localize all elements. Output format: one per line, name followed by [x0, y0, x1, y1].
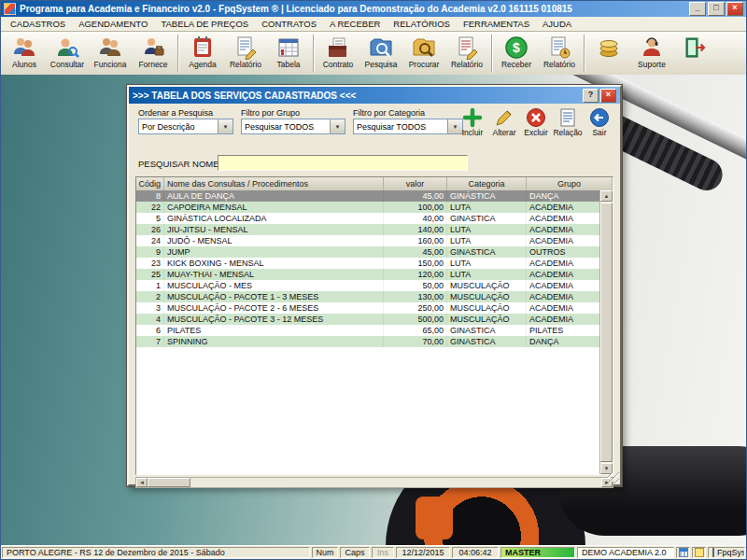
ordenar-select[interactable]: Por Descrição ▼: [138, 119, 233, 134]
cell-codigo: 9: [136, 246, 164, 258]
toolbar-button-relatorio-3[interactable]: Relatório: [538, 33, 581, 78]
close-icon[interactable]: ×: [726, 2, 743, 16]
table-row[interactable]: 25MUAY-THAI - MENSAL120,00LUTAACADEMIA: [136, 269, 600, 280]
toolbar-button-relatorio-2[interactable]: Relatório: [445, 33, 488, 78]
cell-valor: 45,00: [384, 246, 447, 258]
table-row[interactable]: 5GINÁSTICA LOCALIZADA40,00GINASTICAACADE…: [136, 213, 600, 224]
horizontal-scroll-thumb[interactable]: [148, 478, 190, 487]
toolbar-button-consultar[interactable]: Consultar: [46, 33, 89, 78]
table-row[interactable]: 3MUSCULAÇÃO - PACOTE 2 - 6 MESES250,00MU…: [136, 302, 600, 314]
table-row[interactable]: 8AULA DE DANÇA45,00GINÁSTICADANÇA: [136, 190, 600, 202]
cell-grupo: PILATES: [527, 325, 600, 336]
cell-codigo: 2: [136, 291, 164, 302]
scroll-up-icon[interactable]: ▲: [600, 190, 613, 202]
toolbar-button-funciona[interactable]: Funciona: [89, 33, 132, 78]
toolbar-label: Tabela: [276, 60, 300, 69]
toolbar-button-receber[interactable]: $ Receber: [495, 33, 538, 78]
status-insert: Ins: [372, 547, 394, 558]
status-page-icon[interactable]: [692, 547, 706, 558]
table-row[interactable]: 22CAPOEIRA MENSAL100,00LUTAACADEMIA: [136, 202, 600, 213]
chevron-down-icon[interactable]: ▼: [330, 119, 345, 133]
table-row[interactable]: 23KICK BOXING - MENSAL150,00LUTAACADEMIA: [136, 258, 600, 269]
relacao-button[interactable]: Relação: [553, 105, 583, 144]
toolbar-label: Receber: [501, 60, 531, 69]
help-icon[interactable]: ?: [583, 89, 599, 103]
cell-codigo: 8: [136, 190, 164, 202]
resize-grip[interactable]: [608, 472, 619, 483]
toolbar-button-pesquisa[interactable]: Pesquisa: [359, 33, 402, 78]
menu-relatorios[interactable]: RELATÓRIOS: [387, 18, 457, 30]
filtro-grupo-select[interactable]: Pesquisar TODOS ▼: [241, 119, 345, 134]
table-row[interactable]: 9JUMP45,00GINASTICAOUTROS: [136, 246, 600, 258]
toolbar-button-procurar[interactable]: Procurar: [402, 33, 445, 78]
filtro-categoria-value: Pesquisar TODOS: [354, 122, 447, 132]
table-row[interactable]: 4MUSCULAÇÃO - PACOTE 3 - 12 MESES500,00M…: [136, 314, 600, 325]
toolbar-button-moedas[interactable]: [587, 33, 630, 78]
filtro-categoria-label: Filtro por Categoria: [353, 108, 425, 118]
toolbar-button-contrato[interactable]: Contrato: [317, 33, 359, 78]
cell-nome: JUMP: [164, 246, 384, 258]
cell-codigo: 3: [136, 302, 164, 314]
menu-ferramentas[interactable]: FERRAMENTAS: [457, 18, 536, 30]
header-grupo[interactable]: Grupo: [527, 177, 613, 190]
search-input[interactable]: [218, 155, 468, 171]
table-row[interactable]: 7SPINNING70,00GINASTICADANÇA: [136, 336, 600, 347]
toolbar-button-agenda[interactable]: Agenda: [181, 33, 224, 78]
folder-search-icon: [412, 35, 436, 60]
maximize-icon[interactable]: □: [708, 2, 725, 16]
incluir-button[interactable]: Incluir: [458, 105, 487, 144]
menu-contratos[interactable]: CONTRATOS: [255, 18, 323, 30]
horizontal-scrollbar[interactable]: ◄ ►: [135, 477, 613, 488]
cell-categoria: GINASTICA: [447, 336, 527, 347]
list-icon: [557, 107, 578, 128]
chevron-down-icon[interactable]: ▼: [218, 119, 233, 133]
toolbar-button-sair-app[interactable]: [673, 33, 716, 78]
excluir-button[interactable]: Excluir: [521, 105, 551, 144]
action-label: Excluir: [524, 129, 548, 137]
suppliers-icon: [141, 35, 165, 60]
table-header[interactable]: Códig Nome das Consultas / Procedimentos…: [136, 177, 613, 191]
action-label: Incluir: [462, 129, 484, 137]
table-row[interactable]: 6PILATES65,00GINASTICAPILATES: [136, 325, 600, 336]
cell-valor: 40,00: [384, 213, 447, 224]
table-row[interactable]: 2MUSCULAÇÃO - PACOTE 1 - 3 MESES130,00MU…: [136, 291, 600, 302]
dialog-titlebar[interactable]: >>> TABELA DOS SERVIÇOS CADASTRADOS <<< …: [129, 87, 620, 104]
table-row[interactable]: 1MUSCULAÇÃO - MES50,00MUSCULAÇÃOACADEMIA: [136, 280, 600, 291]
dialog-close-icon[interactable]: ×: [600, 89, 616, 103]
action-label: Relação: [553, 129, 582, 137]
menu-cadastros[interactable]: CADASTROS: [4, 18, 72, 30]
table-row[interactable]: 24JUDÔ - MENSAL160,00LUTAACADEMIA: [136, 235, 600, 246]
header-codigo[interactable]: Códig: [136, 177, 164, 190]
scroll-left-icon[interactable]: ◄: [136, 478, 148, 487]
cell-codigo: 6: [136, 325, 164, 336]
minimize-icon[interactable]: _: [689, 2, 706, 16]
toolbar-button-fornece[interactable]: Fornece: [132, 33, 175, 78]
toolbar-button-alunos[interactable]: Alunos: [3, 33, 46, 78]
alterar-button[interactable]: Alterar: [489, 105, 519, 144]
menu-agendamento[interactable]: AGENDAMENTO: [72, 18, 154, 30]
menu-a-receber[interactable]: A RECEBER: [323, 18, 387, 30]
filtro-grupo-value: Pesquisar TODOS: [242, 122, 330, 132]
toolbar-button-suporte[interactable]: Suporte: [630, 33, 673, 78]
header-categoria[interactable]: Categoria: [447, 177, 527, 190]
desktop-area: >>> TABELA DOS SERVIÇOS CADASTRADOS <<< …: [1, 75, 746, 546]
header-nome[interactable]: Nome das Consultas / Procedimentos: [164, 177, 384, 190]
status-grid-icon[interactable]: [676, 547, 690, 558]
cell-valor: 100,00: [384, 202, 447, 213]
toolbar-button-tabela[interactable]: Tabela: [267, 33, 310, 78]
toolbar-separator: [491, 35, 492, 72]
header-valor[interactable]: valor: [384, 177, 447, 190]
horizontal-scroll-track[interactable]: [190, 478, 601, 487]
menu-ajuda[interactable]: AJUDA: [536, 18, 578, 30]
table-row[interactable]: 26JIU-JITSU - MENSAL140,00LUTAACADEMIA: [136, 224, 600, 235]
toolbar-button-relatorio-1[interactable]: Relatório: [224, 33, 267, 78]
cell-codigo: 23: [136, 258, 164, 269]
sair-button[interactable]: Sair: [585, 105, 614, 144]
dialog-body: Ordenar a Pesquisa Filtro por Grupo Filt…: [129, 104, 620, 484]
contract-icon: [326, 35, 350, 60]
cell-grupo: ACADEMIA: [527, 291, 600, 302]
filtro-categoria-select[interactable]: Pesquisar TODOS ▼: [353, 119, 463, 134]
vertical-scroll-thumb[interactable]: [600, 203, 613, 462]
vertical-scrollbar[interactable]: ▲ ▼: [599, 190, 613, 474]
menu-tabela-precos[interactable]: TABELA DE PREÇOS: [154, 18, 255, 30]
